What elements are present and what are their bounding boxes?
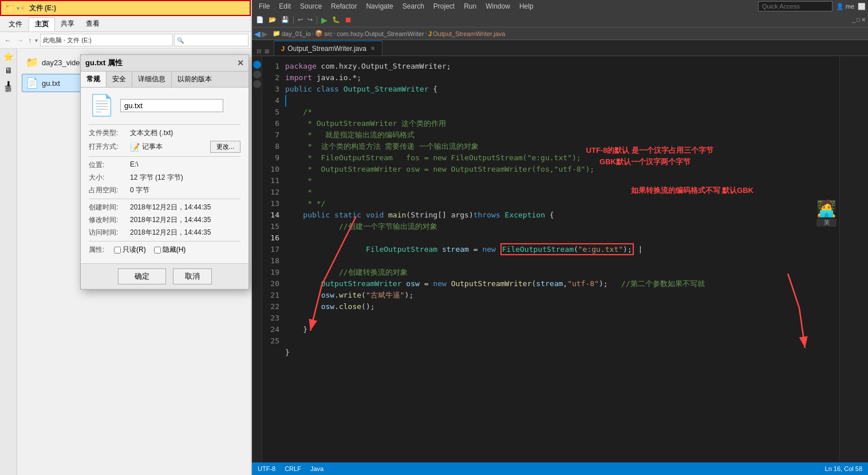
menu-source[interactable]: Source	[295, 1, 326, 11]
dialog-tab-general[interactable]: 常规	[81, 72, 106, 87]
readonly-checkbox-label[interactable]: 只读(R)	[114, 245, 146, 255]
ide-toolbar-1: 📄 📂 💾 ↩ ↪ ▶ 🐛 ⏹ _ □ ✕	[252, 13, 868, 27]
ide-breadcrumb-package[interactable]: com.hxzy.Output_StreamWriter	[337, 30, 424, 37]
line-num-19: 19	[265, 267, 279, 278]
tb-sep2	[317, 16, 317, 24]
tb-minimize[interactable]: _	[852, 17, 855, 23]
nav-back[interactable]: ←	[2, 36, 13, 45]
tb-redo[interactable]: ↪	[306, 15, 314, 24]
menu-window[interactable]: Window	[481, 1, 515, 11]
ribbon-tab-share[interactable]: 共享	[55, 17, 80, 31]
nav-up[interactable]: ↑	[26, 36, 34, 45]
quick-access-icon[interactable]: ⭐	[3, 52, 13, 61]
menu-help[interactable]: Help	[515, 1, 538, 11]
code-line-1: package com.hxzy.Output_StreamWriter;	[285, 61, 836, 72]
ide-breadcrumb-file[interactable]: Output_StreamWriter.java	[433, 30, 505, 37]
location-label: 位置:	[89, 160, 130, 170]
tb-save[interactable]: 💾	[279, 15, 291, 24]
ide-search-input[interactable]	[758, 1, 833, 11]
open-with-label: 打开方式:	[89, 142, 130, 152]
nav-search[interactable]: 🔍	[174, 34, 248, 46]
tb-run[interactable]: ▶	[319, 15, 329, 25]
file-type-label: 文件类型:	[89, 128, 130, 138]
ide-statusbar: UTF-8 CRLF Java Ln 16, Col 58	[252, 462, 868, 475]
ide-expand-icon[interactable]: ⬜	[858, 3, 866, 10]
annotation-utf8: UTF-8的默认 是一个汉字占用三个字节	[586, 145, 713, 156]
explorer-title-text: 文件 (E:)	[29, 3, 56, 13]
line-num-24: 24	[265, 324, 279, 335]
ide-toolbar-2: ◀ ▶ 📁 day_01_io › 📦 src › com.hxzy.Outpu…	[252, 27, 868, 40]
file-name-gutxt: gu.txt	[42, 79, 60, 88]
code-line-2: import java.io.*;	[285, 72, 836, 84]
accessed-value: 2018年12月2日，14:44:35	[130, 228, 211, 238]
line-num-22: 22	[265, 301, 279, 312]
nav-sep1: ›	[64, 37, 66, 43]
ribbon-tab-file[interactable]: 文件	[2, 17, 29, 31]
tb-new[interactable]: 📄	[254, 15, 266, 24]
nav-bar: ← → ↑ ▾ 此电脑 › 文件 (E:) 🔍	[0, 32, 251, 49]
menu-file[interactable]: File	[254, 1, 274, 11]
downloads-icon[interactable]: ⬇	[5, 80, 12, 89]
tb-close[interactable]: ✕	[861, 17, 866, 23]
dialog-filename-input[interactable]	[120, 99, 223, 112]
ok-button[interactable]: 确定	[118, 268, 166, 284]
open-with-value: 记事本	[142, 142, 163, 152]
tb-maximize[interactable]: □	[857, 17, 860, 23]
nav-forward-btn[interactable]: ▶	[262, 29, 268, 38]
line-num-12: 12	[265, 187, 279, 198]
tab-java-icon: J	[281, 45, 285, 52]
desktop-icon[interactable]: 🖥	[5, 66, 13, 75]
hidden-checkbox-label[interactable]: 隐藏(H)	[154, 245, 186, 255]
editor-minimap[interactable]	[839, 56, 868, 462]
hidden-checkbox[interactable]	[154, 247, 161, 254]
code-content[interactable]: package com.hxzy.Output_StreamWriter; im…	[282, 56, 839, 462]
annotation-gbk: GBK默认一个汉字两个字节	[599, 156, 691, 168]
tb-undo[interactable]: ↩	[296, 15, 305, 24]
ribbon-tab-view[interactable]: 查看	[80, 17, 105, 31]
line-num-21: 21	[265, 290, 279, 301]
dialog-tabs: 常规 安全 详细信息 以前的版本	[81, 72, 248, 88]
tb-sep1	[293, 16, 294, 24]
menu-navigate[interactable]: Navigate	[361, 1, 397, 11]
change-button[interactable]: 更改...	[210, 141, 240, 153]
ide-breadcrumb-src[interactable]: src	[324, 30, 333, 37]
menu-run[interactable]: Run	[459, 1, 481, 11]
tb-open[interactable]: 📂	[267, 15, 278, 24]
gutter-expand[interactable]: ⊞	[265, 48, 269, 56]
active-tab[interactable]: J Output_StreamWriter.java ✕	[274, 41, 382, 56]
code-line-7: * 就是指定输出流的编码格式	[285, 129, 836, 141]
menu-refactor[interactable]: Refactor	[326, 1, 361, 11]
tb-debug[interactable]: 🐛	[330, 15, 342, 24]
menu-project[interactable]: Project	[429, 1, 459, 11]
line-num-5: 5	[265, 106, 279, 118]
nav-forward[interactable]: →	[14, 36, 25, 45]
cancel-button[interactable]: 取消	[173, 268, 212, 284]
line-num-16: 16	[265, 232, 279, 244]
nav-drive: 文件 (E:)	[67, 36, 92, 45]
dialog-titlebar[interactable]: gu.txt 属性 ✕	[81, 55, 248, 72]
dialog-tab-security[interactable]: 安全	[106, 72, 132, 87]
tab-close-btn[interactable]: ✕	[370, 45, 375, 52]
dialog-tab-previous[interactable]: 以前的版本	[172, 72, 218, 87]
menu-search[interactable]: Search	[398, 1, 429, 11]
dialog-tab-details[interactable]: 详细信息	[132, 72, 172, 87]
code-line-6: * OutputStreamWriter 这个类的作用	[285, 118, 836, 129]
dialog-body: 📄 文件类型: 文本文档 (.txt) 打开方式: 📝 记事本 更改...	[81, 88, 248, 263]
gutter-collapse[interactable]: ⊟	[257, 48, 261, 56]
line-num-9: 9	[265, 152, 279, 164]
nav-back-btn[interactable]: ◀	[254, 29, 261, 38]
readonly-checkbox[interactable]	[114, 247, 121, 254]
ide-breadcrumb-day01[interactable]: day_01_io	[282, 30, 311, 37]
ribbon-tab-home[interactable]: 主页	[29, 17, 55, 31]
explorer-left-panel: ⭐ 🖥 ⬇ 古斌牛逼	[0, 49, 17, 475]
bc-sep2: ›	[334, 30, 336, 37]
nav-dropdown[interactable]: ▾	[35, 37, 38, 43]
status-crlf: CRLF	[285, 465, 301, 472]
tb-stop[interactable]: ⏹	[343, 15, 354, 25]
line-num-2: 2	[265, 72, 279, 84]
explorer-titlebar: 📁 ▾ = 文件 (E:)	[0, 0, 251, 16]
dialog-close-btn[interactable]: ✕	[237, 58, 244, 68]
line-num-4: 4	[265, 95, 279, 106]
menu-edit[interactable]: Edit	[274, 1, 295, 11]
nav-path[interactable]: 此电脑 › 文件 (E:)	[40, 34, 173, 46]
